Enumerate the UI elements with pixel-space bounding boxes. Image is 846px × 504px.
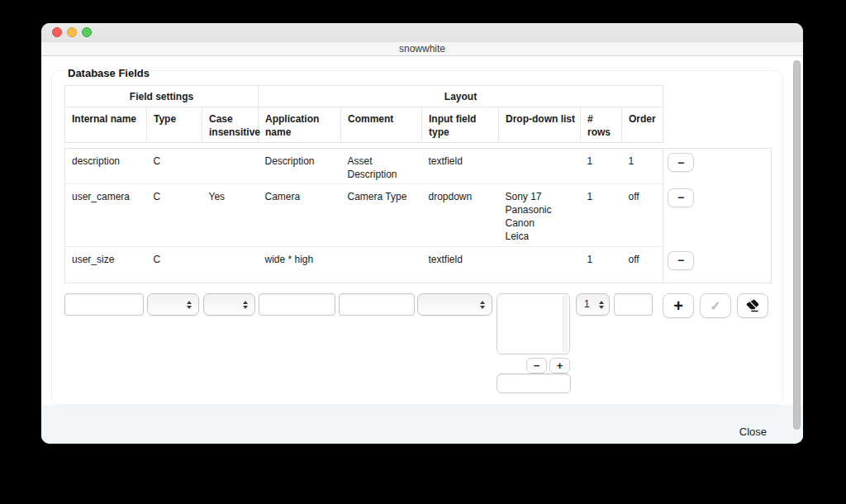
remove-row-button[interactable]: − bbox=[668, 251, 694, 270]
stepper-arrows-icon bbox=[187, 301, 192, 309]
cell-actions: − bbox=[663, 247, 772, 283]
table-row: description C Description Asset Descript… bbox=[65, 149, 772, 184]
cell-comment bbox=[341, 247, 422, 283]
application-name-input[interactable] bbox=[259, 293, 335, 316]
col-header-num-rows: # rows bbox=[581, 107, 622, 143]
num-rows-stepper[interactable]: 1 bbox=[576, 293, 610, 316]
cell-order: 1 bbox=[622, 149, 663, 184]
remove-row-button[interactable]: − bbox=[668, 188, 694, 207]
cell-application-name: Description bbox=[259, 149, 341, 184]
cell-case-insensitive bbox=[202, 149, 259, 184]
input-field-type-select[interactable] bbox=[417, 293, 492, 316]
col-header-internal-name: Internal name bbox=[65, 107, 147, 143]
confirm-button[interactable]: ✓ bbox=[700, 293, 731, 318]
dialog-window: snowwhite Close Database Fields Field se… bbox=[41, 23, 803, 444]
dropdown-new-item-input[interactable] bbox=[497, 373, 571, 393]
num-rows-value: 1 bbox=[584, 298, 590, 310]
dropdown-list-box[interactable] bbox=[497, 293, 570, 354]
cell-num-rows: 1 bbox=[581, 184, 622, 247]
type-select[interactable] bbox=[147, 293, 199, 316]
add-field-button[interactable]: + bbox=[663, 293, 694, 318]
table-row: user_size C wide * high textfield 1 off … bbox=[65, 247, 772, 283]
dropdown-list-item: Sony 17 bbox=[506, 190, 576, 203]
cell-input-field-type: textfield bbox=[422, 149, 499, 184]
listbox-scrollbar[interactable] bbox=[562, 296, 568, 352]
col-header-comment: Comment bbox=[341, 107, 422, 143]
eraser-icon bbox=[745, 298, 760, 313]
minimize-window-icon[interactable] bbox=[67, 27, 77, 37]
footer-bar bbox=[41, 405, 803, 444]
table-row: user_camera C Yes Camera Camera Type dro… bbox=[65, 184, 772, 247]
dropdown-list-item: Canon bbox=[506, 216, 576, 230]
col-header-input-field-type: Input field type bbox=[422, 107, 499, 143]
close-button[interactable]: Close bbox=[739, 426, 767, 438]
window-scrollbar[interactable] bbox=[793, 60, 801, 430]
comment-input[interactable] bbox=[339, 293, 415, 316]
dropdown-list-item: Leica bbox=[506, 230, 576, 243]
fields-table-body: description C Description Asset Descript… bbox=[64, 148, 772, 283]
cell-num-rows: 1 bbox=[581, 149, 622, 184]
col-header-case-insensitive: Case insensitive bbox=[202, 107, 259, 143]
col-header-dropdown-list: Drop-down list bbox=[499, 107, 581, 143]
fields-table-header: Field settings Layout Internal name Type… bbox=[64, 85, 663, 143]
list-item-add-button[interactable]: + bbox=[549, 358, 570, 373]
internal-name-input[interactable] bbox=[64, 293, 144, 316]
col-header-type: Type bbox=[147, 107, 202, 143]
stepper-arrows-icon bbox=[480, 301, 485, 309]
cell-dropdown-list bbox=[499, 247, 581, 283]
cell-actions: − bbox=[663, 149, 772, 184]
stepper-arrows-icon bbox=[243, 301, 248, 309]
zoom-window-icon[interactable] bbox=[82, 27, 92, 37]
cell-actions: − bbox=[663, 184, 772, 247]
list-item-remove-button[interactable]: − bbox=[526, 358, 547, 373]
group-header-field-settings: Field settings bbox=[65, 86, 259, 107]
cell-num-rows: 1 bbox=[581, 247, 622, 283]
close-window-icon[interactable] bbox=[52, 27, 62, 37]
order-input[interactable] bbox=[614, 293, 653, 316]
stepper-arrows-icon bbox=[599, 301, 604, 309]
new-field-form: 1 + ✓ − + bbox=[64, 293, 791, 401]
remove-row-button[interactable]: − bbox=[668, 153, 694, 172]
cell-input-field-type: dropdown bbox=[422, 184, 499, 247]
cell-comment: Asset Description bbox=[341, 149, 422, 184]
panel-legend: Database Fields bbox=[66, 67, 151, 79]
window-title: snowwhite bbox=[41, 41, 803, 56]
case-insensitive-select[interactable] bbox=[203, 293, 255, 316]
col-header-order: Order bbox=[622, 107, 663, 143]
titlebar[interactable] bbox=[41, 23, 803, 41]
cell-order: off bbox=[622, 184, 663, 247]
cell-case-insensitive: Yes bbox=[202, 184, 259, 247]
cell-comment: Camera Type bbox=[341, 184, 422, 247]
cell-type: C bbox=[147, 149, 202, 184]
cell-input-field-type: textfield bbox=[422, 247, 499, 283]
cell-internal-name: user_size bbox=[65, 247, 147, 283]
cell-case-insensitive bbox=[202, 247, 259, 283]
cell-order: off bbox=[622, 247, 663, 283]
cell-type: C bbox=[147, 184, 202, 247]
cell-type: C bbox=[147, 247, 202, 283]
group-header-layout: Layout bbox=[259, 86, 663, 107]
cell-dropdown-list bbox=[499, 149, 581, 184]
col-header-application-name: Application name bbox=[259, 107, 341, 143]
cell-application-name: Camera bbox=[259, 184, 341, 247]
clear-button[interactable] bbox=[737, 293, 768, 318]
dropdown-list-item: Panasonic bbox=[506, 203, 576, 216]
cell-dropdown-list: Sony 17 Panasonic Canon Leica bbox=[499, 184, 581, 247]
cell-application-name: wide * high bbox=[259, 247, 341, 283]
cell-internal-name: description bbox=[65, 149, 147, 184]
cell-internal-name: user_camera bbox=[65, 184, 147, 247]
